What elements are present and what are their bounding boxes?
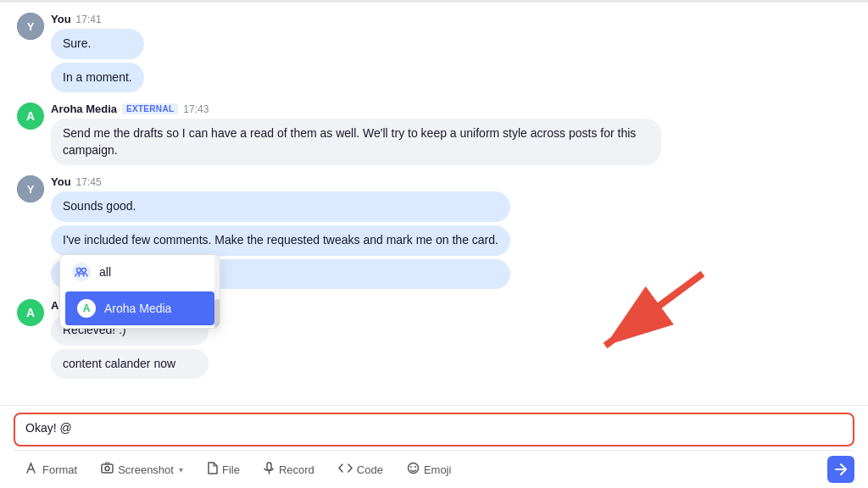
- format-label: Format: [42, 463, 77, 476]
- record-button[interactable]: Record: [252, 457, 326, 482]
- code-icon: [338, 463, 353, 476]
- message-bubble: I've included few comments. Make the req…: [51, 225, 510, 256]
- timestamp: 17:45: [76, 176, 102, 188]
- send-button[interactable]: [827, 456, 854, 483]
- mention-label-all: all: [99, 265, 111, 279]
- mention-dropdown: all A Aroha Media: [59, 254, 220, 329]
- mention-label-aroha: Aroha Media: [104, 302, 171, 315]
- code-label: Code: [357, 463, 383, 476]
- message-group: Y You 17:41 Sure. In a moment.: [17, 13, 851, 92]
- emoji-icon: [407, 462, 420, 477]
- message-bubble: content calander now: [51, 349, 209, 380]
- input-area: Okay! @ Format Screenshot ▾: [0, 405, 868, 488]
- message-row: A Aroha Media EXTERNAL 17:43 Send me the…: [17, 103, 851, 165]
- svg-text:Y: Y: [27, 183, 35, 196]
- timestamp: 17:41: [76, 14, 102, 25]
- message-header: You 17:41: [51, 13, 144, 25]
- avatar: A: [17, 299, 44, 326]
- toolbar: Format Screenshot ▾ File: [14, 450, 854, 488]
- sender-name: You: [51, 175, 71, 188]
- code-button[interactable]: Code: [326, 458, 395, 481]
- screenshot-label: Screenshot: [118, 463, 174, 476]
- input-box[interactable]: Okay! @: [14, 413, 854, 446]
- input-text: Okay! @: [25, 421, 72, 435]
- mention-item-all[interactable]: all: [60, 255, 220, 289]
- message-bubble: Sure.: [51, 29, 144, 59]
- format-button[interactable]: Format: [14, 457, 89, 482]
- svg-point-7: [82, 269, 86, 273]
- external-badge: EXTERNAL: [122, 103, 178, 114]
- mention-item-aroha[interactable]: A Aroha Media: [65, 291, 214, 325]
- format-icon: [25, 462, 38, 477]
- record-icon: [264, 462, 275, 477]
- dropdown-scrollbar: [214, 255, 220, 328]
- svg-rect-8: [102, 464, 113, 473]
- mention-aroha-icon: A: [77, 299, 96, 318]
- svg-text:Y: Y: [27, 20, 35, 33]
- screenshot-chevron: ▾: [179, 465, 183, 474]
- timestamp: 17:43: [183, 103, 209, 115]
- svg-point-6: [77, 269, 81, 273]
- avatar: A: [17, 103, 44, 130]
- emoji-label: Emoji: [424, 463, 452, 476]
- screenshot-button[interactable]: Screenshot ▾: [89, 457, 195, 482]
- message-row: Y You 17:41 Sure. In a moment.: [17, 13, 851, 92]
- avatar: Y: [17, 175, 44, 202]
- avatar: Y: [17, 13, 44, 40]
- message-group: A Aroha Media EXTERNAL 17:43 Send me the…: [17, 103, 851, 165]
- emoji-button[interactable]: Emoji: [395, 457, 464, 482]
- file-label: File: [222, 463, 240, 476]
- chat-area: Y You 17:41 Sure. In a moment. A Aroha M…: [0, 3, 868, 405]
- svg-point-13: [410, 466, 412, 468]
- svg-point-9: [105, 467, 109, 471]
- file-icon: [207, 462, 218, 477]
- message-header: You 17:45: [51, 175, 510, 188]
- screenshot-icon: [101, 462, 114, 477]
- file-button[interactable]: File: [195, 457, 252, 482]
- svg-rect-10: [267, 463, 271, 470]
- scrollbar-thumb: [214, 299, 220, 329]
- mention-all-icon: [72, 263, 91, 281]
- sender-name: Aroha Media: [51, 103, 117, 115]
- record-label: Record: [279, 463, 314, 476]
- message-bubble: Send me the drafts so I can have a read …: [51, 119, 661, 165]
- svg-point-14: [415, 466, 416, 468]
- message-bubble: In a moment.: [51, 63, 144, 93]
- message-header: Aroha Media EXTERNAL 17:43: [51, 103, 661, 115]
- message-bubble: Sounds good.: [51, 191, 510, 222]
- sender-name: You: [51, 13, 71, 25]
